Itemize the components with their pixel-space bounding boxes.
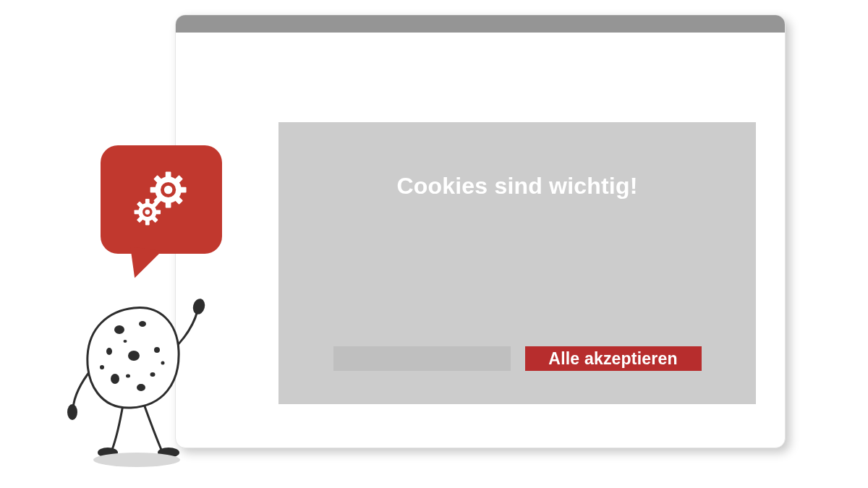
speech-bubble-tail [126, 247, 161, 281]
svg-point-29 [128, 351, 140, 361]
svg-point-25 [191, 297, 206, 315]
svg-point-28 [106, 348, 112, 355]
cookie-character [61, 282, 235, 470]
dialog-button-row: Alle akzeptieren [307, 346, 727, 371]
svg-point-37 [161, 361, 165, 365]
svg-point-31 [111, 374, 119, 384]
svg-point-30 [154, 347, 160, 353]
svg-point-26 [114, 325, 124, 334]
svg-point-32 [137, 384, 145, 391]
svg-point-21 [145, 210, 150, 215]
dialog-title: Cookies sind wichtig! [396, 173, 637, 200]
svg-point-10 [164, 186, 173, 194]
svg-point-34 [126, 374, 130, 378]
cookie-character-svg [61, 282, 235, 470]
browser-window: Cookies sind wichtig! Alle akzeptieren [175, 14, 786, 448]
secondary-button[interactable] [333, 346, 511, 371]
accept-all-button[interactable]: Alle akzeptieren [525, 346, 702, 371]
svg-point-35 [150, 372, 156, 377]
svg-point-27 [139, 321, 146, 327]
svg-point-33 [100, 365, 104, 369]
speech-bubble [101, 145, 222, 254]
character-shadow [93, 453, 180, 467]
cookie-consent-dialog: Cookies sind wichtig! Alle akzeptieren [278, 122, 756, 404]
browser-chrome-bar [176, 15, 785, 33]
svg-point-36 [124, 340, 127, 343]
gears-icon [127, 165, 196, 234]
svg-point-24 [67, 404, 77, 420]
